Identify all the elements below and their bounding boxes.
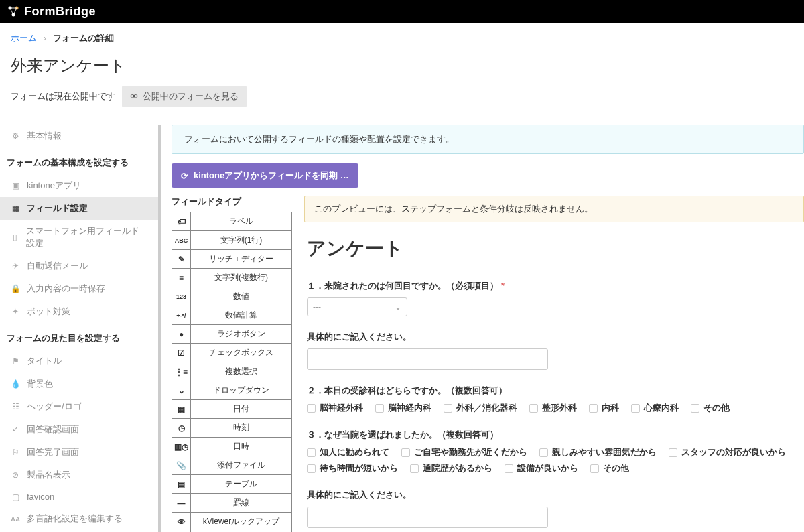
- field-type-icon: —: [172, 494, 191, 512]
- info-banner: フォームにおいて公開するフィールドの種類や配置を設定できます。: [172, 125, 804, 154]
- field-type-label: 日付: [191, 400, 291, 418]
- checkbox-icon: [307, 404, 316, 413]
- sidebar-item-multilingual[interactable]: ᴀᴀ多言語化設定を編集する: [0, 507, 158, 530]
- field-type-item[interactable]: ⋮≡複数選択: [172, 362, 291, 381]
- page-title: 外来アンケート: [11, 55, 793, 76]
- field-type-label: 数値: [191, 287, 291, 306]
- sidebar-item-background[interactable]: 💧背景色: [0, 373, 158, 395]
- field-type-label: 文字列(複数行): [191, 269, 291, 287]
- field-type-item[interactable]: —罫線: [172, 494, 291, 513]
- checkbox-option[interactable]: ご自宅や勤務先が近くだから: [401, 446, 527, 458]
- detail-input-2[interactable]: [307, 507, 548, 528]
- field-type-icon: 👁: [172, 513, 191, 531]
- field-type-item[interactable]: ⌄ドロップダウン: [172, 381, 291, 400]
- field-type-item[interactable]: ▦◷日時: [172, 438, 291, 456]
- field-type-label: ラベル: [191, 212, 291, 230]
- send-icon: ✈: [11, 261, 20, 271]
- checkbox-option[interactable]: 脳神経内科: [375, 402, 431, 414]
- field-type-label: 複数選択: [191, 362, 291, 381]
- field-type-item[interactable]: ▤テーブル: [172, 475, 291, 494]
- field-type-item[interactable]: ABC文字列(1行): [172, 231, 291, 250]
- field-type-item[interactable]: 📎添付ファイル: [172, 456, 291, 475]
- checkbox-option[interactable]: スタッフの対応が良いから: [669, 446, 786, 458]
- sidebar-item-title[interactable]: ⚑タイトル: [0, 350, 158, 373]
- field-type-item[interactable]: ≡文字列(複数行): [172, 269, 291, 287]
- sidebar-item-complete-screen[interactable]: ⚐回答完了画面: [0, 441, 158, 464]
- sidebar-item-header-logo[interactable]: ☷ヘッダー/ロゴ: [0, 395, 158, 418]
- breadcrumb-home[interactable]: ホーム: [11, 33, 37, 43]
- view-published-form-button[interactable]: 👁 公開中のフォームを見る: [122, 86, 247, 107]
- sidebar-item-basic-info[interactable]: ⚙ 基本情報: [0, 125, 158, 147]
- sidebar-item-confirm-screen[interactable]: ✓回答確認画面: [0, 418, 158, 441]
- app-icon: ▣: [11, 181, 20, 190]
- field-type-icon: ▤: [172, 475, 191, 493]
- q1-dropdown[interactable]: --- ⌄: [307, 297, 407, 316]
- lock-icon: 🔒: [11, 284, 20, 293]
- sidebar-group-appearance: フォームの見た目を設定する: [0, 323, 158, 350]
- field-type-item[interactable]: ▦日付: [172, 400, 291, 419]
- checkbox-option[interactable]: 知人に勧められて: [307, 446, 389, 458]
- field-type-icon: 📎: [172, 456, 191, 474]
- checkbox-icon: [590, 464, 599, 473]
- brand-icon: [7, 5, 20, 18]
- field-types-heading: フィールドタイプ: [172, 196, 292, 208]
- checkbox-option[interactable]: 脳神経外科: [307, 402, 363, 414]
- field-type-item[interactable]: 🏷ラベル: [172, 212, 291, 231]
- field-type-item[interactable]: ✎リッチエディター: [172, 250, 291, 269]
- sidebar-group-structure: フォームの基本構成を設定する: [0, 147, 158, 174]
- field-type-palette: フィールドタイプ 🏷ラベルABC文字列(1行)✎リッチエディター≡文字列(複数行…: [172, 196, 292, 532]
- check-icon: ✓: [11, 425, 20, 434]
- checkbox-option[interactable]: その他: [691, 402, 730, 414]
- breadcrumb-current: フォームの詳細: [53, 33, 114, 43]
- sidebar-item-smartphone-fields[interactable]: ▯スマートフォン用フィールド設定: [0, 220, 158, 255]
- checkbox-icon: [505, 464, 513, 473]
- checkbox-option[interactable]: 親しみやすい雰囲気だから: [539, 446, 657, 458]
- svg-line-4: [10, 8, 13, 15]
- field-type-label: 日時: [191, 438, 291, 456]
- field-type-icon: 123: [172, 287, 191, 306]
- checkbox-option[interactable]: 設備が良いから: [505, 462, 578, 474]
- checkbox-option[interactable]: 待ち時間が短いから: [307, 462, 398, 474]
- sync-fields-button[interactable]: ⟳ kintoneアプリからフィールドを同期 …: [172, 163, 358, 188]
- sidebar-item-auto-reply[interactable]: ✈自動返信メール: [0, 255, 158, 277]
- sidebar-item-product-name[interactable]: ⊘製品名表示: [0, 464, 158, 486]
- field-type-item[interactable]: 👁kViewerルックアップ: [172, 513, 291, 531]
- checkbox-option[interactable]: 内科: [589, 402, 619, 414]
- field-type-label: ドロップダウン: [191, 381, 291, 399]
- field-type-icon: ABC: [172, 231, 191, 249]
- page-header: 外来アンケート フォームは現在公開中です 👁 公開中のフォームを見る: [0, 51, 804, 118]
- sidebar-item-favicon[interactable]: ▢favicon: [0, 486, 158, 507]
- field-type-label: 罫線: [191, 494, 291, 512]
- chevron-down-icon: ⌄: [395, 302, 401, 312]
- sidebar: ⚙ 基本情報 フォームの基本構成を設定する ▣kintoneアプリ ▦フィールド…: [0, 118, 161, 532]
- brand-logo[interactable]: FormBridge: [7, 5, 96, 19]
- field-type-item[interactable]: ☑チェックボックス: [172, 344, 291, 362]
- publish-status-text: フォームは現在公開中です: [11, 90, 115, 103]
- checkbox-option[interactable]: 外科／消化器科: [444, 402, 517, 414]
- refresh-icon: ⟳: [181, 171, 188, 181]
- field-type-item[interactable]: ●ラジオボタン: [172, 325, 291, 344]
- checkbox-icon: [631, 404, 640, 413]
- sidebar-item-bot-protection[interactable]: ✦ボット対策: [0, 300, 158, 323]
- checkbox-option[interactable]: 整形外科: [529, 402, 577, 414]
- checkbox-option[interactable]: 通院歴があるから: [410, 462, 492, 474]
- checkbox-option[interactable]: その他: [590, 462, 629, 474]
- breadcrumb-separator-icon: ›: [44, 33, 46, 43]
- field-type-item[interactable]: 123数値: [172, 287, 291, 306]
- detail-input-1[interactable]: [307, 348, 548, 370]
- field-type-item[interactable]: +-*/数値計算: [172, 306, 291, 325]
- flag-icon: ⚑: [11, 356, 20, 366]
- field-type-icon: 🏷: [172, 212, 191, 230]
- question-3: ３．なぜ当院を選ばれましたか。（複数回答可） 知人に勧められてご自宅や勤務先が近…: [307, 429, 801, 474]
- bookmark-icon: ▢: [11, 492, 20, 502]
- field-type-icon: ▦: [172, 400, 191, 418]
- sidebar-item-field-settings[interactable]: ▦フィールド設定: [0, 197, 158, 220]
- field-type-item[interactable]: ◷時刻: [172, 419, 291, 438]
- field-type-label: テーブル: [191, 475, 291, 493]
- sidebar-item-save-draft[interactable]: 🔒入力内容の一時保存: [0, 277, 158, 300]
- field-type-label: リッチエディター: [191, 250, 291, 268]
- field-type-label: 時刻: [191, 419, 291, 437]
- question-detail-2: 具体的にご記入ください。: [307, 489, 801, 528]
- checkbox-option[interactable]: 心療内科: [631, 402, 679, 414]
- sidebar-item-kintone-app[interactable]: ▣kintoneアプリ: [0, 174, 158, 197]
